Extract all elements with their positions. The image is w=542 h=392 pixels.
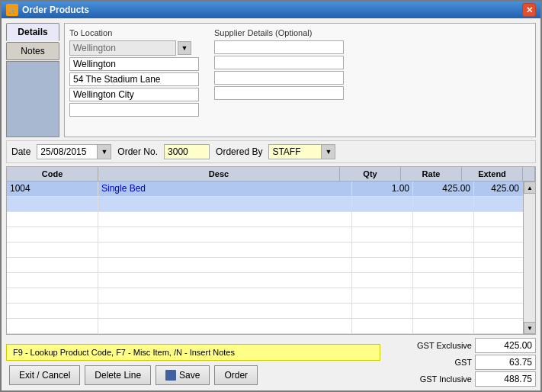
tabs-panel: Details Notes: [6, 23, 59, 137]
cell-rate: [413, 288, 474, 303]
cell-qty: 1.00: [352, 182, 413, 196]
date-label: Date: [11, 146, 30, 157]
cell-rate: [413, 273, 474, 288]
totals-hints-area: F9 - Lookup Product Code, F7 - Misc Item…: [6, 338, 536, 387]
table-row[interactable]: [7, 273, 535, 288]
gst-exclusive-label: GST Exclusive: [396, 341, 472, 350]
tab-details[interactable]: Details: [6, 23, 59, 41]
table-row[interactable]: [7, 319, 535, 334]
cell-qty: [352, 243, 413, 257]
cell-qty: [352, 288, 413, 303]
cell-qty: [352, 319, 413, 333]
cell-qty: [352, 212, 413, 227]
gst-inclusive-label: GST Inclusive: [396, 374, 472, 384]
titlebar: 🛒 Order Products ✕: [2, 2, 540, 18]
cell-rate: [413, 197, 474, 211]
cell-desc: Single Bed: [98, 182, 352, 196]
address-line-1[interactable]: [69, 57, 199, 71]
location-supplier-panel: To Location ▼ Supplier Details (Optional…: [64, 23, 536, 137]
gst-row: GST 63.75: [396, 355, 536, 370]
location-label: To Location: [69, 28, 199, 37]
table-rows: 1004 Single Bed 1.00 425.00 425.00: [7, 182, 535, 334]
cell-desc: [98, 212, 352, 227]
scroll-down-button[interactable]: ▼: [524, 322, 535, 334]
bottom-section: F9 - Lookup Product Code, F7 - Misc Item…: [6, 338, 536, 387]
main-window: 🛒 Order Products ✕ Details Notes To Loca…: [0, 0, 542, 392]
ordered-by-arrow[interactable]: ▼: [322, 144, 335, 159]
supplier-line-3[interactable]: [214, 71, 344, 85]
buttons-bar: Exit / Cancel Delete Line Save Order: [6, 364, 380, 387]
col-header-desc: Desc: [98, 167, 340, 181]
supplier-line-2[interactable]: [214, 56, 344, 69]
gst-inclusive-value: 488.75: [475, 371, 536, 387]
cell-code: [7, 197, 98, 211]
cell-desc: [98, 258, 352, 272]
col-header-code: Code: [7, 167, 98, 181]
window-title: Order Products: [22, 5, 89, 15]
top-section: Details Notes To Location ▼: [6, 23, 536, 137]
col-header-rate: Rate: [401, 167, 462, 181]
supplier-line-1[interactable]: [214, 40, 344, 54]
app-icon: 🛒: [6, 4, 18, 16]
supplier-block: Supplier Details (Optional): [214, 28, 344, 100]
cell-qty: [352, 273, 413, 288]
table-body: 1004 Single Bed 1.00 425.00 425.00: [7, 182, 535, 334]
ordered-by-label: Ordered By: [216, 146, 262, 157]
close-button[interactable]: ✕: [522, 3, 536, 17]
cell-code: 1004: [7, 182, 98, 196]
order-bar: Date ▼ Order No. Ordered By ▼: [6, 140, 536, 163]
table-header: Code Desc Qty Rate Extend: [7, 167, 535, 182]
cell-desc: [98, 304, 352, 318]
order-button[interactable]: Order: [214, 365, 258, 385]
cell-code: [7, 258, 98, 272]
cell-rate: [413, 258, 474, 272]
col-header-qty: Qty: [340, 167, 401, 181]
scroll-track[interactable]: [524, 194, 535, 322]
order-number-input[interactable]: [164, 144, 210, 159]
cell-qty: [352, 258, 413, 272]
location-block: To Location ▼: [69, 28, 199, 117]
table-row[interactable]: [7, 212, 535, 227]
hints-bar: F9 - Lookup Product Code, F7 - Misc Item…: [6, 344, 380, 361]
table-row[interactable]: [7, 243, 535, 258]
scroll-up-button[interactable]: ▲: [524, 182, 535, 194]
date-dropdown-arrow[interactable]: ▼: [98, 144, 111, 159]
cell-qty: [352, 304, 413, 318]
delete-line-button[interactable]: Delete Line: [85, 365, 151, 385]
products-table: Code Desc Qty Rate Extend 1004 Single Be…: [6, 166, 536, 335]
table-row[interactable]: [7, 288, 535, 304]
tab-notes[interactable]: Notes: [6, 42, 59, 60]
table-row[interactable]: [7, 197, 535, 212]
table-row[interactable]: 1004 Single Bed 1.00 425.00 425.00: [7, 182, 535, 197]
cell-rate: [413, 304, 474, 318]
floppy-icon: [165, 370, 176, 381]
date-input[interactable]: [37, 144, 98, 159]
order-no-label: Order No.: [117, 146, 158, 157]
cell-code: [7, 304, 98, 318]
hints-text: F9 - Lookup Product Code, F7 - Misc Item…: [13, 348, 235, 357]
table-row[interactable]: [7, 304, 535, 319]
cell-rate: [413, 227, 474, 242]
table-row[interactable]: [7, 258, 535, 273]
address-line-4[interactable]: [69, 103, 199, 117]
cell-code: [7, 212, 98, 227]
location-dropdown-arrow[interactable]: ▼: [178, 41, 191, 55]
ordered-by-select: ▼: [268, 144, 335, 159]
left-bottom: F9 - Lookup Product Code, F7 - Misc Item…: [6, 344, 380, 387]
cell-rate: [413, 212, 474, 227]
save-label: Save: [179, 370, 200, 381]
location-input[interactable]: [69, 40, 176, 56]
address-line-2[interactable]: [69, 72, 199, 86]
address-line-3[interactable]: [69, 88, 199, 101]
gst-exclusive-value: 425.00: [475, 338, 536, 353]
table-scrollbar[interactable]: ▲ ▼: [523, 182, 535, 334]
cell-code: [7, 288, 98, 303]
cell-code: [7, 227, 98, 242]
titlebar-title-group: 🛒 Order Products: [6, 4, 89, 16]
cell-rate: 425.00: [413, 182, 474, 196]
ordered-by-input[interactable]: [268, 144, 322, 159]
supplier-line-4[interactable]: [214, 86, 344, 100]
exit-cancel-button[interactable]: Exit / Cancel: [9, 365, 80, 385]
table-row[interactable]: [7, 227, 535, 243]
save-button[interactable]: Save: [156, 365, 210, 385]
